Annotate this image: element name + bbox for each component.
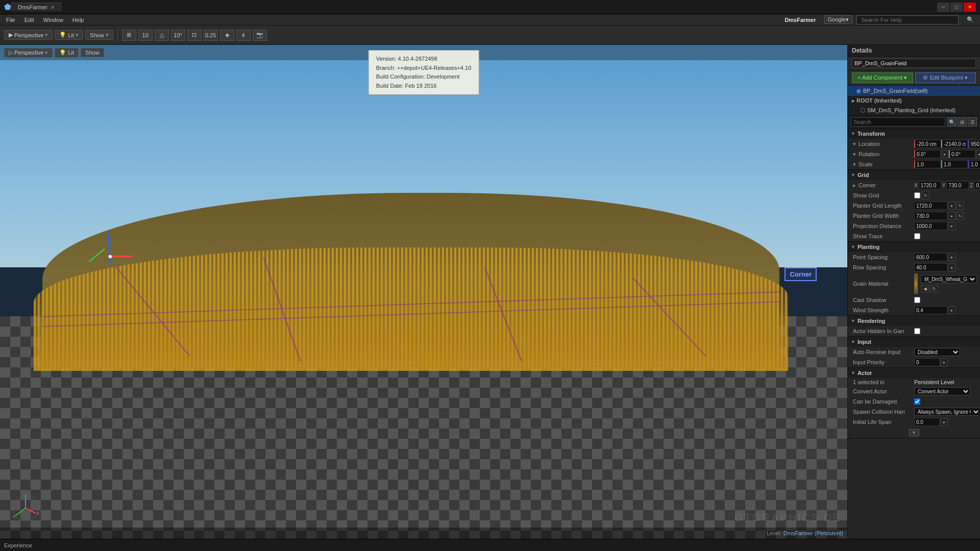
input-priority-input[interactable] — [914, 358, 940, 366]
show-trace-checkbox[interactable] — [914, 233, 920, 239]
input-section-header[interactable]: ▼ Input — [848, 337, 980, 347]
menu-edit[interactable]: Edit — [20, 16, 38, 24]
material-arrow-left-icon[interactable]: ◀ — [921, 285, 929, 292]
toolbar-camera-icon[interactable]: 📷 — [253, 30, 267, 41]
perspective-button[interactable]: ▶ Perspective ▾ — [4, 30, 53, 40]
row-spacing-row: Row Spacing ▸ — [848, 262, 980, 272]
material-refresh-icon[interactable]: ↻ — [930, 285, 938, 292]
wind-strength-spin[interactable]: ▸ — [948, 306, 955, 314]
spawn-collision-row: Spawn Collision Han Always Spawn, Ignore… — [848, 407, 980, 417]
version-line3: Build Configuration: Development — [376, 72, 472, 82]
location-x-input[interactable] — [914, 140, 941, 148]
grain-material-thumbnail[interactable] — [914, 273, 918, 294]
search-input[interactable] — [851, 117, 945, 127]
menu-file[interactable]: File — [2, 16, 19, 24]
show-grid-refresh-icon[interactable]: ↻ — [921, 191, 929, 199]
scale-dropdown-icon[interactable]: ▾ — [853, 161, 856, 167]
show-button[interactable]: Show ▾ — [85, 30, 113, 40]
toolbar-layer-icon[interactable]: ◈ — [220, 30, 234, 41]
corner-z-input[interactable] — [974, 181, 980, 189]
convert-actor-dropdown[interactable]: Convert Actor — [914, 387, 970, 395]
component-name-input[interactable] — [852, 59, 976, 68]
rendering-section-header[interactable]: ▼ Rendering — [848, 316, 980, 326]
viewport-lit-btn[interactable]: 💡 Lit — [55, 48, 79, 58]
tab-close-icon[interactable]: ✕ — [51, 5, 55, 10]
row-spacing-spin[interactable]: ▸ — [948, 263, 955, 271]
corner-y-input[interactable] — [946, 181, 969, 189]
maximize-button[interactable]: □ — [950, 3, 963, 12]
rotation-x-spin[interactable]: ▸ — [941, 150, 948, 158]
planter-grid-length-input[interactable] — [914, 202, 947, 210]
can-be-damaged-checkbox[interactable] — [914, 398, 920, 405]
scale-x-input[interactable] — [914, 160, 941, 168]
scroll-down-button[interactable]: ▼ — [909, 429, 919, 436]
toolbar-scale-icon[interactable]: ⊡ — [187, 30, 202, 41]
rotation-dropdown-icon[interactable]: ▾ — [853, 151, 856, 157]
toolbar-scale-val[interactable]: 0.25 — [204, 30, 218, 41]
spawn-collision-dropdown[interactable]: Always Spawn, Ignore Collisions — [914, 408, 980, 416]
toolbar-snap-angle[interactable]: 10° — [171, 30, 185, 41]
rotation-x-input[interactable] — [914, 150, 941, 158]
planter-length-spin[interactable]: ▸ — [948, 202, 955, 210]
search-filter-icon[interactable]: ☰ — [968, 117, 977, 127]
rotation-y-spin[interactable]: ▸ — [976, 150, 980, 158]
planter-grid-width-input[interactable] — [914, 212, 947, 220]
planter-length-refresh[interactable]: ↻ — [957, 202, 964, 210]
toolbar-layer-val[interactable]: 4 — [236, 30, 251, 41]
transform-gizmo[interactable] — [102, 233, 133, 273]
location-y-input[interactable] — [941, 140, 968, 148]
location-z-input[interactable] — [968, 140, 980, 148]
toolbar-grid-size[interactable]: 10 — [138, 30, 153, 41]
actor-section-header[interactable]: ▼ Actor — [848, 368, 980, 378]
point-spacing-spin[interactable]: ▸ — [948, 253, 955, 261]
transform-section: ▼ Transform ▾ Location 🔒 ▾ — [848, 129, 980, 170]
search-grid-icon[interactable]: ⊞ — [958, 117, 967, 127]
add-component-button[interactable]: + Add Component ▾ — [852, 72, 913, 83]
initial-life-span-spin[interactable]: ▸ — [941, 418, 948, 426]
toolbar-snap-icon[interactable]: △ — [155, 30, 169, 41]
tree-self-item[interactable]: ◉ BP_DmS_GrainField(self) — [848, 86, 980, 96]
tree-child-item[interactable]: ⬡ SM_DmS_Planting_Grid (Inherited) — [848, 105, 980, 115]
search-help-input[interactable] — [856, 15, 959, 24]
grain-material-dropdown[interactable]: M_DmS_Wheat_Gold — [921, 275, 977, 283]
minimize-button[interactable]: ─ — [937, 3, 949, 12]
corner-x-input[interactable] — [919, 181, 941, 189]
auto-receive-input-dropdown[interactable]: Disabled — [914, 348, 960, 356]
app-tab[interactable]: DmsFarmer ✕ — [11, 3, 61, 11]
planter-width-spin[interactable]: ▸ — [948, 212, 955, 220]
menu-help[interactable]: Help — [68, 16, 88, 24]
viewport-perspective-btn[interactable]: ▷ Perspective ▾ — [4, 48, 53, 58]
cast-shadow-checkbox[interactable] — [914, 297, 920, 303]
lit-button[interactable]: 💡 Lit ▾ — [55, 30, 83, 40]
titlebar: ⬟ DmsFarmer ✕ ─ □ ✕ — [0, 0, 980, 14]
show-grid-checkbox[interactable] — [914, 192, 920, 198]
menu-window[interactable]: Window — [39, 16, 67, 24]
planting-section-header[interactable]: ▼ Planting — [848, 242, 980, 252]
rotation-y-input[interactable] — [949, 150, 975, 158]
material-thumb-inner — [915, 274, 917, 293]
planter-width-refresh[interactable]: ↻ — [957, 212, 964, 220]
gizmo-y-axis — [107, 233, 111, 263]
scale-y-input[interactable] — [941, 160, 968, 168]
scale-z-input[interactable] — [968, 160, 980, 168]
grid-section-header[interactable]: ▼ Grid — [848, 170, 980, 180]
google-dropdown[interactable]: Google▾ — [824, 15, 852, 24]
actor-hidden-checkbox[interactable] — [914, 328, 920, 334]
edit-blueprint-button[interactable]: ⚙ Edit Blueprint ▾ — [915, 72, 976, 83]
transform-section-header[interactable]: ▼ Transform — [848, 129, 980, 139]
input-priority-spin[interactable]: ▸ — [941, 358, 948, 366]
location-dropdown-icon[interactable]: ▾ — [853, 141, 856, 147]
viewport[interactable]: ▷ Perspective ▾ 💡 Lit Show Version: 4.10… — [0, 45, 847, 539]
search-submit-icon[interactable]: 🔍 — [947, 117, 957, 127]
initial-life-span-input[interactable] — [914, 418, 940, 426]
row-spacing-input[interactable] — [914, 263, 947, 271]
wind-strength-input[interactable] — [914, 306, 947, 314]
toolbar-grid-icon[interactable]: ⊞ — [122, 30, 136, 41]
projection-distance-input[interactable] — [914, 222, 947, 230]
tree-root-item[interactable]: ▸ ROOT (Inherited) — [848, 96, 980, 105]
nav-axis-widget[interactable]: Z X Y — [10, 493, 41, 523]
close-button[interactable]: ✕ — [964, 3, 976, 12]
point-spacing-input[interactable] — [914, 253, 947, 261]
viewport-show-btn[interactable]: Show — [81, 48, 104, 57]
projection-spin[interactable]: ▸ — [948, 222, 955, 230]
